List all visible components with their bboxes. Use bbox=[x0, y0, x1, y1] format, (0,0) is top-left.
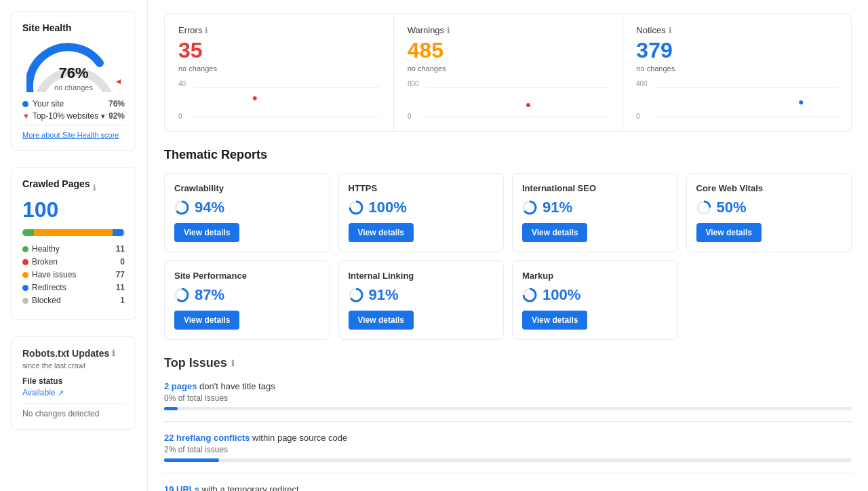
warnings-info-icon[interactable]: ℹ bbox=[447, 26, 450, 35]
svg-point-4 bbox=[253, 96, 257, 100]
issue-1-bar-fill bbox=[164, 407, 178, 410]
report-site-performance: Site Performance 87% View details bbox=[164, 260, 330, 340]
report-markup: Markup 100% View details bbox=[512, 260, 678, 340]
errors-change: no changes bbox=[178, 64, 380, 73]
more-about-site-health-link[interactable]: More about Site Health score bbox=[22, 125, 125, 139]
crawled-legend: Healthy 11 Broken 0 Have issues 77 bbox=[22, 244, 125, 305]
svg-text:400: 400 bbox=[636, 80, 648, 87]
warnings-title: Warnings ℹ bbox=[408, 25, 609, 35]
redirects-count: 11 bbox=[116, 283, 125, 292]
gauge-wrapper: 76% no changes ◄ bbox=[22, 41, 125, 92]
crawlability-view-details-btn[interactable]: View details bbox=[174, 223, 239, 242]
notices-change: no changes bbox=[636, 64, 837, 73]
robots-divider bbox=[22, 403, 125, 404]
markup-view-details-btn[interactable]: View details bbox=[522, 311, 587, 330]
issue-row-2: 22 hreflang conflicts within page source… bbox=[164, 433, 852, 473]
robots-no-changes: No changes detected bbox=[22, 409, 125, 418]
reports-empty-cell bbox=[686, 260, 852, 340]
crawlability-score: 94% bbox=[174, 199, 320, 216]
issue-2-bar-fill bbox=[164, 458, 219, 462]
top-issues-section: Top Issues ℹ 2 pages don't have title ta… bbox=[164, 356, 852, 491]
redirects-dot bbox=[22, 285, 28, 291]
top10-arrow-icon: ▼ bbox=[22, 112, 30, 120]
errors-card: Errors ℹ 35 no changes 40 0 bbox=[165, 14, 394, 131]
svg-text:40: 40 bbox=[178, 80, 186, 87]
site-perf-view-details-btn[interactable]: View details bbox=[174, 311, 239, 330]
crawled-progress-bar bbox=[22, 229, 125, 236]
site-perf-name: Site Performance bbox=[174, 271, 320, 281]
top-issues-info-icon[interactable]: ℹ bbox=[231, 359, 235, 368]
crawled-pages-info-icon[interactable]: ℹ bbox=[93, 183, 96, 193]
top10-dropdown-icon[interactable]: ▾ bbox=[101, 112, 105, 121]
metrics-row: Errors ℹ 35 no changes 40 0 Warnings ℹ bbox=[164, 14, 852, 132]
notices-card: Notices ℹ 379 no changes 400 0 bbox=[623, 14, 851, 131]
issue-row-1: 2 pages don't have title tags 0% of tota… bbox=[164, 381, 852, 422]
svg-point-14 bbox=[800, 100, 804, 104]
your-site-dot bbox=[22, 101, 28, 107]
issues-count: 77 bbox=[116, 270, 125, 279]
top-issues-title: Top Issues ℹ bbox=[164, 356, 852, 370]
notices-info-icon[interactable]: ℹ bbox=[669, 26, 672, 35]
int-seo-icon bbox=[522, 200, 537, 215]
gauge-text: 76% no changes bbox=[54, 64, 93, 92]
gauge-no-changes: no changes bbox=[54, 83, 93, 92]
errors-title: Errors ℹ bbox=[178, 25, 380, 35]
redirects-segment bbox=[113, 229, 124, 236]
blocked-count: 1 bbox=[120, 296, 125, 305]
issue-2-link[interactable]: 22 hreflang conflicts bbox=[164, 433, 250, 443]
warnings-chart: 800 0 bbox=[408, 79, 609, 120]
site-health-title: Site Health bbox=[22, 22, 125, 33]
errors-chart-svg: 40 0 bbox=[178, 79, 380, 120]
site-perf-icon bbox=[174, 288, 189, 302]
thematic-reports-title: Thematic Reports bbox=[164, 148, 852, 162]
markup-icon bbox=[522, 288, 537, 302]
report-crawlability: Crawlability 94% View details bbox=[164, 173, 330, 252]
https-view-details-btn[interactable]: View details bbox=[349, 223, 414, 242]
errors-info-icon[interactable]: ℹ bbox=[205, 26, 208, 35]
int-seo-view-details-btn[interactable]: View details bbox=[522, 223, 587, 242]
crawled-pages-card: Crawled Pages ℹ 100 Healthy 11 Broken bbox=[11, 167, 136, 320]
notices-value: 379 bbox=[636, 38, 837, 63]
markup-name: Markup bbox=[522, 271, 668, 281]
healthy-label: Healthy bbox=[32, 244, 60, 254]
top10-label: Top-10% websites bbox=[33, 111, 98, 121]
int-link-score: 91% bbox=[349, 286, 494, 304]
notices-title: Notices ℹ bbox=[636, 25, 837, 35]
notices-chart-svg: 400 0 bbox=[636, 79, 837, 120]
issue-2-text: 22 hreflang conflicts within page source… bbox=[164, 433, 852, 443]
crawlability-name: Crawlability bbox=[174, 183, 320, 193]
issues-dot bbox=[22, 272, 28, 278]
warnings-card: Warnings ℹ 485 no changes 800 0 bbox=[394, 14, 623, 131]
site-perf-score: 87% bbox=[174, 286, 320, 304]
int-seo-score: 91% bbox=[522, 199, 668, 216]
warnings-chart-svg: 800 0 bbox=[408, 79, 609, 120]
issue-3-link[interactable]: 19 URLs bbox=[164, 484, 199, 491]
warnings-change: no changes bbox=[408, 64, 609, 73]
blocked-segment bbox=[123, 229, 125, 236]
int-link-view-details-btn[interactable]: View details bbox=[349, 311, 414, 330]
issue-3-text: 19 URLs with a temporary redirect bbox=[164, 484, 852, 491]
int-link-icon bbox=[349, 288, 363, 302]
redirects-label: Redirects bbox=[32, 283, 66, 292]
cwv-name: Core Web Vitals bbox=[696, 183, 842, 193]
issue-1-link[interactable]: 2 pages bbox=[164, 381, 197, 391]
crawled-count: 100 bbox=[22, 197, 125, 222]
cwv-icon bbox=[696, 200, 711, 215]
issue-row-3: 19 URLs with a temporary redirect 2% of … bbox=[164, 484, 852, 491]
external-link-icon[interactable]: ↗ bbox=[58, 389, 64, 397]
main-content: Errors ℹ 35 no changes 40 0 Warnings ℹ bbox=[148, 0, 868, 491]
robots-file-status-label: File status bbox=[22, 376, 125, 386]
issue-2-pct: 2% of total issues bbox=[164, 445, 852, 454]
top10-row: ▼ Top-10% websites ▾ 92% bbox=[22, 111, 125, 121]
broken-label: Broken bbox=[32, 257, 58, 267]
broken-count: 0 bbox=[120, 257, 125, 267]
cwv-view-details-btn[interactable]: View details bbox=[696, 223, 762, 242]
issue-1-text: 2 pages don't have title tags bbox=[164, 381, 852, 391]
https-score: 100% bbox=[349, 199, 494, 216]
robots-subtitle: since the last crawl bbox=[22, 361, 125, 370]
report-international-seo: International SEO 91% View details bbox=[512, 173, 678, 252]
your-site-row: Your site 76% bbox=[22, 99, 125, 109]
robots-info-icon[interactable]: ℹ bbox=[112, 349, 115, 358]
issue-1-pct: 0% of total issues bbox=[164, 393, 852, 403]
gauge-percent: 76% bbox=[54, 64, 93, 82]
